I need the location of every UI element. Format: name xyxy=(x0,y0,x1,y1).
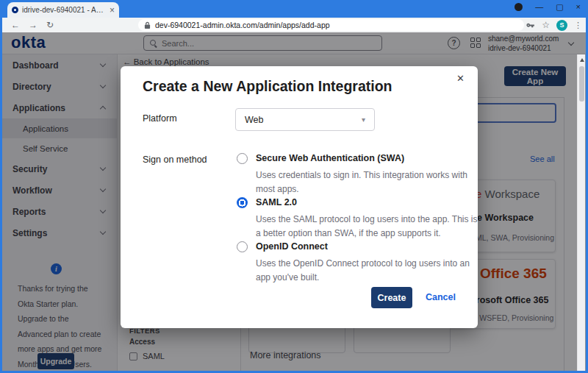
forward-icon[interactable]: → xyxy=(29,21,37,29)
radio-saml-label[interactable]: SAML 2.0 xyxy=(256,197,297,207)
page-viewport: okta ? shane@myworld.com idrive-dev-6940… xyxy=(2,32,586,371)
tab-close-icon[interactable]: × xyxy=(110,6,115,15)
radio-swa-label[interactable]: Secure Web Authentication (SWA) xyxy=(256,153,404,163)
browser-tab[interactable]: idrive-dev-6940021 - Application × xyxy=(7,2,119,18)
window-controls: — ▢ × xyxy=(514,3,581,11)
select-caret-icon: ▾ xyxy=(362,116,365,124)
browser-profile-avatar[interactable]: S xyxy=(556,20,567,31)
create-button[interactable]: Create xyxy=(371,287,412,308)
radio-swa[interactable] xyxy=(237,153,248,164)
radio-oidc-label[interactable]: OpenID Connect xyxy=(256,241,328,252)
url-text: dev-6940021-admin.okta.com/admin/apps/ad… xyxy=(155,21,330,29)
platform-select[interactable]: Web ▾ xyxy=(235,108,375,131)
platform-label: Platform xyxy=(143,113,177,124)
status-dot-icon xyxy=(514,3,523,11)
create-app-integration-modal: ✕ Create a New Application Integration P… xyxy=(121,66,478,328)
password-key-icon[interactable] xyxy=(526,21,535,30)
tab-title: idrive-dev-6940021 - Application xyxy=(22,6,106,14)
radio-saml-description: Uses the SAML protocol to log users into… xyxy=(256,213,478,240)
address-bar[interactable]: dev-6940021-admin.okta.com/admin/apps/ad… xyxy=(138,19,524,31)
cancel-link[interactable]: Cancel xyxy=(426,292,456,302)
browser-menu-icon[interactable]: ⋮ xyxy=(574,21,582,29)
modal-title: Create a New Application Integration xyxy=(143,78,392,95)
page-scrollbar[interactable] xyxy=(577,54,585,371)
scrollbar-thumb[interactable] xyxy=(579,66,584,102)
back-icon[interactable]: ← xyxy=(11,21,20,29)
radio-oidc-description: Uses the OpenID Connect protocol to log … xyxy=(256,257,478,284)
window-minimize-button[interactable]: — xyxy=(535,3,543,11)
toolbar-actions: ☆ S ⋮ xyxy=(526,18,582,32)
reload-icon[interactable]: ↻ xyxy=(46,21,54,29)
modal-close-icon[interactable]: ✕ xyxy=(456,74,465,83)
bookmark-star-icon[interactable]: ☆ xyxy=(542,21,550,29)
radio-saml-selected[interactable] xyxy=(237,197,248,208)
browser-titlebar: idrive-dev-6940021 - Application × — ▢ × xyxy=(0,0,588,18)
browser-window: idrive-dev-6940021 - Application × — ▢ ×… xyxy=(0,0,588,373)
okta-favicon-icon xyxy=(12,7,18,13)
radio-swa-description: Uses credentials to sign in. This integr… xyxy=(256,168,478,196)
browser-toolbar: ← → ↻ dev-6940021-admin.okta.com/admin/a… xyxy=(2,18,586,32)
scrollbar-up-arrow-icon[interactable] xyxy=(580,58,584,62)
sign-on-method-label: Sign on method xyxy=(143,154,207,165)
lock-icon xyxy=(144,21,151,29)
window-maximize-button[interactable]: ▢ xyxy=(556,3,563,11)
window-close-button[interactable]: × xyxy=(576,3,581,11)
radio-oidc[interactable] xyxy=(237,241,248,252)
platform-selected-value: Web xyxy=(245,115,362,125)
